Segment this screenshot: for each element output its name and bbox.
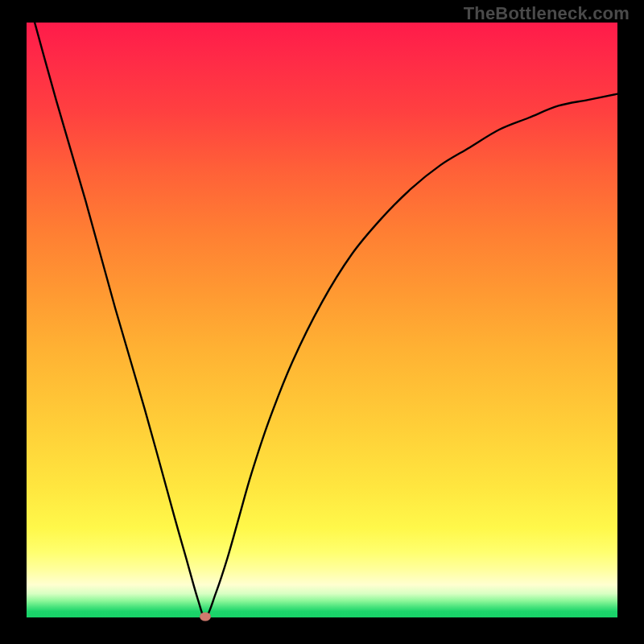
optimal-point-marker <box>200 612 211 621</box>
watermark-text: TheBottleneck.com <box>464 3 630 24</box>
chart-container: TheBottleneck.com <box>0 0 644 644</box>
plot-area <box>27 23 617 617</box>
bottleneck-curve <box>27 23 617 617</box>
